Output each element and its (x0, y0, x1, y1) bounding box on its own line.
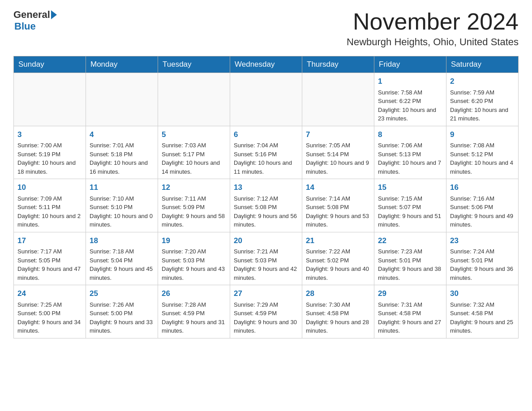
day-number: 3 (17, 129, 82, 141)
day-cell-w1-d2 (86, 73, 158, 126)
header-friday: Friday (374, 56, 446, 73)
day-info: Sunrise: 7:28 AMSunset: 4:59 PMDaylight:… (162, 300, 226, 335)
day-cell-w5-d2: 25Sunrise: 7:26 AMSunset: 5:00 PMDayligh… (86, 285, 158, 338)
day-info: Sunrise: 7:58 AMSunset: 6:22 PMDaylight:… (378, 88, 442, 123)
day-cell-w2-d3: 5Sunrise: 7:03 AMSunset: 5:17 PMDaylight… (158, 126, 230, 179)
day-info: Sunrise: 7:26 AMSunset: 5:00 PMDaylight:… (90, 300, 154, 335)
day-cell-w3-d5: 14Sunrise: 7:14 AMSunset: 5:08 PMDayligh… (302, 179, 374, 232)
day-cell-w3-d6: 15Sunrise: 7:15 AMSunset: 5:07 PMDayligh… (374, 179, 446, 232)
day-cell-w4-d4: 20Sunrise: 7:21 AMSunset: 5:03 PMDayligh… (230, 232, 302, 285)
day-cell-w2-d1: 3Sunrise: 7:00 AMSunset: 5:19 PMDaylight… (14, 126, 86, 179)
day-info: Sunrise: 7:18 AMSunset: 5:04 PMDaylight:… (90, 247, 154, 282)
day-info: Sunrise: 7:11 AMSunset: 5:09 PMDaylight:… (162, 194, 226, 229)
day-info: Sunrise: 7:14 AMSunset: 5:08 PMDaylight:… (306, 194, 370, 229)
day-number: 22 (378, 235, 442, 247)
day-info: Sunrise: 7:09 AMSunset: 5:11 PMDaylight:… (17, 194, 82, 229)
day-number: 29 (378, 288, 442, 300)
header-sunday: Sunday (14, 56, 86, 73)
day-number: 10 (17, 182, 82, 193)
day-cell-w2-d7: 9Sunrise: 7:08 AMSunset: 5:12 PMDaylight… (446, 126, 519, 179)
day-number: 16 (450, 182, 515, 193)
day-number: 17 (17, 235, 82, 247)
day-info: Sunrise: 7:04 AMSunset: 5:16 PMDaylight:… (234, 141, 298, 176)
day-cell-w3-d1: 10Sunrise: 7:09 AMSunset: 5:11 PMDayligh… (14, 179, 86, 232)
day-cell-w1-d4 (230, 73, 302, 126)
logo-general: General (13, 9, 50, 21)
day-info: Sunrise: 7:03 AMSunset: 5:17 PMDaylight:… (162, 141, 226, 176)
day-cell-w4-d1: 17Sunrise: 7:17 AMSunset: 5:05 PMDayligh… (14, 232, 86, 285)
day-number: 21 (306, 235, 370, 247)
header-monday: Monday (86, 56, 158, 73)
header-thursday: Thursday (302, 56, 374, 73)
header-saturday: Saturday (446, 56, 519, 73)
day-number: 18 (90, 235, 154, 247)
day-info: Sunrise: 7:24 AMSunset: 5:01 PMDaylight:… (450, 247, 515, 282)
week-row-4: 17Sunrise: 7:17 AMSunset: 5:05 PMDayligh… (14, 232, 519, 285)
day-info: Sunrise: 7:05 AMSunset: 5:14 PMDaylight:… (306, 141, 370, 176)
day-info: Sunrise: 7:29 AMSunset: 4:59 PMDaylight:… (234, 300, 298, 335)
location-title: Newburgh Heights, Ohio, United States (347, 36, 519, 48)
day-info: Sunrise: 7:31 AMSunset: 4:58 PMDaylight:… (378, 300, 442, 335)
day-info: Sunrise: 7:15 AMSunset: 5:07 PMDaylight:… (378, 194, 442, 229)
day-cell-w1-d3 (158, 73, 230, 126)
day-cell-w4-d3: 19Sunrise: 7:20 AMSunset: 5:03 PMDayligh… (158, 232, 230, 285)
day-number: 19 (162, 235, 226, 247)
day-number: 4 (90, 129, 154, 141)
day-cell-w2-d5: 7Sunrise: 7:05 AMSunset: 5:14 PMDaylight… (302, 126, 374, 179)
day-cell-w5-d4: 27Sunrise: 7:29 AMSunset: 4:59 PMDayligh… (230, 285, 302, 338)
day-cell-w5-d6: 29Sunrise: 7:31 AMSunset: 4:58 PMDayligh… (374, 285, 446, 338)
day-cell-w5-d1: 24Sunrise: 7:25 AMSunset: 5:00 PMDayligh… (14, 285, 86, 338)
day-cell-w4-d5: 21Sunrise: 7:22 AMSunset: 5:02 PMDayligh… (302, 232, 374, 285)
day-info: Sunrise: 7:30 AMSunset: 4:58 PMDaylight:… (306, 300, 370, 335)
day-number: 24 (17, 288, 82, 300)
days-header-row: Sunday Monday Tuesday Wednesday Thursday… (14, 56, 519, 73)
day-cell-w5-d5: 28Sunrise: 7:30 AMSunset: 4:58 PMDayligh… (302, 285, 374, 338)
day-number: 15 (378, 182, 442, 193)
day-cell-w2-d6: 8Sunrise: 7:06 AMSunset: 5:13 PMDaylight… (374, 126, 446, 179)
week-row-5: 24Sunrise: 7:25 AMSunset: 5:00 PMDayligh… (14, 285, 519, 338)
day-cell-w4-d2: 18Sunrise: 7:18 AMSunset: 5:04 PMDayligh… (86, 232, 158, 285)
day-number: 12 (162, 182, 226, 193)
day-number: 20 (234, 235, 298, 247)
day-cell-w4-d6: 22Sunrise: 7:23 AMSunset: 5:01 PMDayligh… (374, 232, 446, 285)
day-cell-w5-d3: 26Sunrise: 7:28 AMSunset: 4:59 PMDayligh… (158, 285, 230, 338)
month-title: November 2024 (347, 9, 519, 34)
day-info: Sunrise: 7:20 AMSunset: 5:03 PMDaylight:… (162, 247, 226, 282)
day-info: Sunrise: 7:59 AMSunset: 6:20 PMDaylight:… (450, 88, 515, 123)
day-cell-w2-d4: 6Sunrise: 7:04 AMSunset: 5:16 PMDaylight… (230, 126, 302, 179)
day-number: 5 (162, 129, 226, 141)
day-cell-w3-d4: 13Sunrise: 7:12 AMSunset: 5:08 PMDayligh… (230, 179, 302, 232)
day-cell-w3-d2: 11Sunrise: 7:10 AMSunset: 5:10 PMDayligh… (86, 179, 158, 232)
day-info: Sunrise: 7:22 AMSunset: 5:02 PMDaylight:… (306, 247, 370, 282)
day-info: Sunrise: 7:06 AMSunset: 5:13 PMDaylight:… (378, 141, 442, 176)
day-number: 11 (90, 182, 154, 193)
logo-blue: Blue (14, 21, 36, 32)
day-info: Sunrise: 7:00 AMSunset: 5:19 PMDaylight:… (17, 141, 82, 176)
day-number: 26 (162, 288, 226, 300)
day-cell-w1-d6: 1Sunrise: 7:58 AMSunset: 6:22 PMDaylight… (374, 73, 446, 126)
day-number: 6 (234, 129, 298, 141)
week-row-2: 3Sunrise: 7:00 AMSunset: 5:19 PMDaylight… (14, 126, 519, 179)
logo-arrow-icon (51, 10, 57, 19)
day-cell-w5-d7: 30Sunrise: 7:32 AMSunset: 4:58 PMDayligh… (446, 285, 519, 338)
day-info: Sunrise: 7:23 AMSunset: 5:01 PMDaylight:… (378, 247, 442, 282)
day-info: Sunrise: 7:16 AMSunset: 5:06 PMDaylight:… (450, 194, 515, 229)
day-number: 8 (378, 129, 442, 141)
day-cell-w3-d7: 16Sunrise: 7:16 AMSunset: 5:06 PMDayligh… (446, 179, 519, 232)
header-wednesday: Wednesday (230, 56, 302, 73)
day-number: 2 (450, 76, 515, 87)
week-row-3: 10Sunrise: 7:09 AMSunset: 5:11 PMDayligh… (14, 179, 519, 232)
calendar-table: Sunday Monday Tuesday Wednesday Thursday… (13, 56, 519, 338)
day-cell-w2-d2: 4Sunrise: 7:01 AMSunset: 5:18 PMDaylight… (86, 126, 158, 179)
day-info: Sunrise: 7:08 AMSunset: 5:12 PMDaylight:… (450, 141, 515, 176)
day-cell-w4-d7: 23Sunrise: 7:24 AMSunset: 5:01 PMDayligh… (446, 232, 519, 285)
week-row-1: 1Sunrise: 7:58 AMSunset: 6:22 PMDaylight… (14, 73, 519, 126)
day-number: 28 (306, 288, 370, 300)
day-number: 1 (378, 76, 442, 87)
day-number: 14 (306, 182, 370, 193)
logo-text: General (13, 9, 58, 21)
logo: General Blue (13, 9, 58, 32)
day-cell-w1-d1 (14, 73, 86, 126)
day-cell-w3-d3: 12Sunrise: 7:11 AMSunset: 5:09 PMDayligh… (158, 179, 230, 232)
day-number: 9 (450, 129, 515, 141)
